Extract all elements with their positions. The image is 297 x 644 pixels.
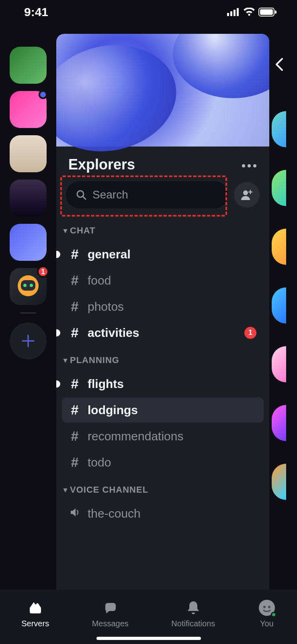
channel-label: lodgings xyxy=(88,403,138,417)
server-divider xyxy=(20,312,36,314)
channel-the-couch[interactable]: the-couch xyxy=(62,501,264,526)
member-avatar[interactable] xyxy=(272,346,286,382)
nav-label: Messages xyxy=(92,619,129,628)
nav-messages[interactable]: Messages xyxy=(92,599,129,628)
svg-rect-8 xyxy=(21,280,35,291)
svg-rect-11 xyxy=(26,275,31,279)
server-icon-robot[interactable]: 1 xyxy=(10,268,47,305)
status-time: 9:41 xyxy=(24,5,48,19)
svg-point-12 xyxy=(242,164,245,167)
messages-icon xyxy=(101,599,119,617)
nav-servers[interactable]: Servers xyxy=(21,599,49,628)
bell-icon xyxy=(184,599,202,617)
hash-icon: # xyxy=(69,428,80,444)
speaker-icon xyxy=(69,506,80,521)
nav-you[interactable]: You xyxy=(258,599,276,628)
hash-icon: # xyxy=(69,325,80,341)
svg-point-13 xyxy=(248,164,251,167)
home-indicator[interactable] xyxy=(96,637,201,640)
hash-icon: # xyxy=(69,299,80,314)
svg-point-17 xyxy=(243,190,248,195)
mention-badge: 1 xyxy=(37,266,49,278)
channel-recommendations[interactable]: # recommendations xyxy=(62,423,264,449)
nav-label: Notifications xyxy=(171,619,215,628)
more-horizontal-icon xyxy=(241,163,257,168)
channel-photos[interactable]: # photos xyxy=(62,294,264,319)
plus-icon xyxy=(20,333,36,349)
back-chevron-icon[interactable] xyxy=(274,56,286,72)
server-banner[interactable] xyxy=(56,34,269,147)
category-label: VOICE CHANNEL xyxy=(70,485,148,495)
channel-label: flights xyxy=(88,377,124,391)
battery-icon xyxy=(258,8,277,17)
mention-badge: 1 xyxy=(244,327,256,339)
status-bar: 9:41 xyxy=(0,0,297,24)
channel-lodgings[interactable]: # lodgings xyxy=(62,397,264,423)
channel-label: todo xyxy=(88,456,111,469)
channel-food[interactable]: # food xyxy=(62,268,264,293)
svg-point-10 xyxy=(30,284,33,287)
channel-flights[interactable]: # flights xyxy=(62,371,264,396)
svg-rect-1 xyxy=(230,11,232,16)
svg-point-9 xyxy=(23,284,27,287)
status-icons xyxy=(227,8,277,17)
hash-icon: # xyxy=(69,272,80,288)
member-avatar[interactable] xyxy=(272,170,286,206)
channel-label: recommendations xyxy=(88,429,183,443)
search-placeholder: Search xyxy=(92,188,128,201)
server-more-button[interactable] xyxy=(241,158,257,171)
channel-label: general xyxy=(88,248,131,261)
server-icon-frog[interactable] xyxy=(10,91,47,128)
server-icon-sunset[interactable] xyxy=(10,180,47,217)
channel-label: photos xyxy=(88,300,124,314)
server-rail: 1 xyxy=(0,24,56,590)
search-icon xyxy=(76,189,87,200)
chevron-down-icon: ▾ xyxy=(63,356,68,365)
hash-icon: # xyxy=(69,246,80,262)
cellular-icon xyxy=(227,8,240,16)
channel-label: food xyxy=(88,274,111,287)
unread-indicator-icon xyxy=(56,329,60,336)
channel-activities[interactable]: # activities 1 xyxy=(62,320,264,345)
chevron-down-icon: ▾ xyxy=(63,485,68,494)
server-icon-plants[interactable] xyxy=(10,47,47,84)
channel-list[interactable]: ▾ CHAT # general # food # photos # activ… xyxy=(56,217,269,590)
nav-notifications[interactable]: Notifications xyxy=(171,599,215,628)
member-avatar[interactable] xyxy=(272,229,286,265)
add-server-button[interactable] xyxy=(10,322,47,359)
member-avatar[interactable] xyxy=(272,405,286,441)
svg-rect-6 xyxy=(275,10,277,14)
server-icon-cat[interactable] xyxy=(10,135,47,172)
svg-rect-5 xyxy=(260,9,273,15)
servers-icon xyxy=(27,599,44,617)
online-status-icon xyxy=(271,612,277,617)
channel-label: activities xyxy=(88,326,139,340)
channel-todo[interactable]: # todo xyxy=(62,450,264,475)
channel-general[interactable]: # general xyxy=(62,242,264,267)
search-row: Search xyxy=(56,176,269,217)
search-input[interactable]: Search xyxy=(66,181,228,208)
hash-icon: # xyxy=(69,376,80,392)
server-icon-blob[interactable] xyxy=(10,224,47,261)
category-voice[interactable]: ▾ VOICE CHANNEL xyxy=(62,476,264,500)
svg-point-20 xyxy=(268,606,270,608)
bottom-nav: Servers Messages Notifications You xyxy=(0,590,297,644)
hash-icon: # xyxy=(69,402,80,418)
invite-button[interactable] xyxy=(234,182,260,208)
member-peek-rail xyxy=(269,24,286,590)
member-avatar[interactable] xyxy=(272,111,286,147)
category-planning[interactable]: ▾ PLANNING xyxy=(62,346,264,370)
category-chat[interactable]: ▾ CHAT xyxy=(62,217,264,241)
server-name[interactable]: Explorers xyxy=(68,156,135,173)
chevron-down-icon: ▾ xyxy=(63,226,68,235)
notification-dot-icon xyxy=(39,90,47,99)
svg-point-19 xyxy=(263,606,266,608)
unread-indicator-icon xyxy=(56,380,60,388)
member-avatar[interactable] xyxy=(272,287,286,324)
nav-label: You xyxy=(260,619,274,628)
wifi-icon xyxy=(243,8,255,17)
member-avatar[interactable] xyxy=(272,464,286,500)
svg-line-16 xyxy=(83,196,86,199)
unread-indicator-icon xyxy=(56,251,60,258)
category-label: CHAT xyxy=(70,225,95,236)
